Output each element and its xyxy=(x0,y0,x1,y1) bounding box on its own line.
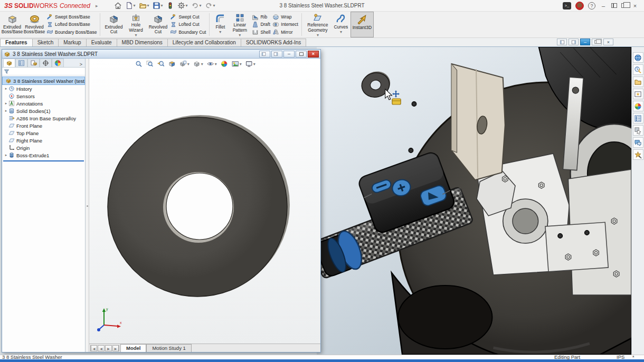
restore-button[interactable] xyxy=(621,3,627,8)
save-button[interactable]: ▾ xyxy=(151,1,164,10)
tree-item-origin[interactable]: Origin xyxy=(2,144,85,151)
options-button[interactable]: ▾ xyxy=(176,1,189,10)
caret-down-icon[interactable]: ▾ xyxy=(340,30,342,34)
configurationmanager-tab[interactable] xyxy=(27,59,40,67)
caret-down-icon[interactable]: ▾ xyxy=(187,62,190,66)
boundary-boss-button[interactable]: Boundary Boss/Base xyxy=(46,28,97,36)
edit-appearance-button[interactable] xyxy=(221,60,228,68)
reference-geometry-button[interactable]: Reference Geometry▾ xyxy=(304,12,332,37)
revolved-boss-button[interactable]: Revolved Boss/Base xyxy=(23,12,45,37)
rollback-bar[interactable] xyxy=(3,160,84,161)
caret-down-icon[interactable]: ▾ xyxy=(135,33,137,37)
tab-evaluate[interactable]: Evaluate xyxy=(86,39,117,46)
tab-scroll-next-button[interactable]: ▶ xyxy=(105,345,112,351)
minimize-button[interactable]: – xyxy=(600,3,607,9)
dimxpertmanager-tab[interactable] xyxy=(40,59,52,67)
extruded-cut-button[interactable]: Extruded Cut xyxy=(102,12,125,37)
child-window-titlebar[interactable]: 3 8 Stainless Steel Washer.SLDPRT – × xyxy=(2,50,320,59)
motion-study-tab[interactable]: Motion Study 1 xyxy=(146,344,191,352)
3dexperience-button[interactable] xyxy=(633,52,643,63)
expand-icon[interactable]: ▸ xyxy=(4,153,8,157)
curves-button[interactable]: Curves▾ xyxy=(332,12,351,37)
tree-item-material[interactable]: A286 Iron Base Superalloy xyxy=(2,115,85,122)
linear-pattern-button[interactable]: Linear Pattern▾ xyxy=(229,12,251,37)
expand-icon[interactable]: ▸ xyxy=(4,87,8,91)
appearances-button[interactable] xyxy=(633,101,643,111)
draft-button[interactable]: Draft xyxy=(252,21,270,28)
extruded-boss-button[interactable]: Extruded Boss/Base xyxy=(1,12,23,37)
propertymanager-tab[interactable] xyxy=(15,59,27,67)
caret-down-icon[interactable]: ▾ xyxy=(213,3,215,8)
brand-expand-icon[interactable]: ▸ xyxy=(96,3,98,8)
child-minimize-button[interactable]: – xyxy=(283,51,295,58)
zoom-to-fit-button[interactable] xyxy=(135,60,143,68)
file-explorer-button[interactable] xyxy=(633,77,643,87)
hole-wizard-button[interactable]: Hole Wizard▾ xyxy=(125,12,147,37)
splitter-handle[interactable] xyxy=(87,205,88,207)
tab-lifecycle-collaboration[interactable]: Lifecycle and Collaboration xyxy=(167,39,241,46)
pane-right-button[interactable] xyxy=(569,39,579,45)
expand-icon[interactable]: ▸ xyxy=(4,109,8,113)
tab-scroll-prev-button[interactable]: ◀ xyxy=(98,345,105,351)
mirror-button[interactable]: Mirror xyxy=(272,28,298,36)
boundary-cut-button[interactable]: Boundary Cut xyxy=(170,28,206,36)
tree-item-top-plane[interactable]: Top Plane xyxy=(2,129,85,137)
tab-markup[interactable]: Markup xyxy=(58,39,86,46)
tab-mbd-dimensions[interactable]: MBD Dimensions xyxy=(117,39,168,46)
caret-down-icon[interactable]: ▾ xyxy=(239,33,241,37)
tree-item-solid-bodies[interactable]: ▸Solid Bodies(1) xyxy=(2,107,85,115)
assembly-viewport[interactable] xyxy=(317,47,631,355)
caret-down-icon[interactable]: ▾ xyxy=(317,33,319,37)
caret-down-icon[interactable]: ▾ xyxy=(200,3,202,8)
rib-button[interactable]: Rib xyxy=(252,13,270,21)
zoom-to-area-button[interactable] xyxy=(146,60,154,68)
doc-restore-button[interactable] xyxy=(592,39,602,45)
undo-button[interactable]: ▾ xyxy=(190,1,203,10)
child-pane-left-button[interactable] xyxy=(259,51,270,58)
apply-scene-button[interactable]: ▾ xyxy=(232,60,242,68)
user-avatar[interactable] xyxy=(575,2,584,10)
section-view-button[interactable] xyxy=(168,60,176,68)
tab-sketch[interactable]: Sketch xyxy=(32,39,59,46)
tab-scroll-last-button[interactable]: ▶ xyxy=(112,345,119,351)
redo-button[interactable]: ▾ xyxy=(204,1,216,10)
tree-item-history[interactable]: ▸History xyxy=(2,85,85,92)
custom-properties-button[interactable] xyxy=(633,125,643,136)
swept-boss-button[interactable]: Swept Boss/Base xyxy=(46,13,97,21)
previous-view-button[interactable] xyxy=(157,60,165,68)
doc-close-button[interactable]: × xyxy=(603,39,613,45)
tree-root-part[interactable]: 3 8 Stainless Steel Washer (test washer)… xyxy=(2,77,85,85)
expand-icon[interactable]: ▸ xyxy=(4,101,8,106)
lofted-cut-button[interactable]: Lofted Cut xyxy=(170,21,206,28)
caret-down-icon[interactable]: ▾ xyxy=(201,62,203,66)
caret-down-icon[interactable]: ▾ xyxy=(219,30,221,34)
tree-item-sensors[interactable]: Sensors xyxy=(2,92,85,100)
units-caret-icon[interactable]: ▴ xyxy=(632,354,634,358)
home-button[interactable] xyxy=(113,1,123,10)
tree-item-annotations[interactable]: ▸Annotations xyxy=(2,100,85,107)
swept-cut-button[interactable]: Swept Cut xyxy=(170,13,206,21)
child-close-button[interactable]: × xyxy=(308,51,319,58)
caret-down-icon[interactable]: ▾ xyxy=(215,62,217,66)
maximize-button[interactable] xyxy=(611,3,617,8)
tab-solidworks-addins[interactable]: SOLIDWORKS Add-Ins xyxy=(241,39,306,46)
display-style-button[interactable]: ▾ xyxy=(193,60,203,68)
instant3d-button[interactable]: Instant3D xyxy=(351,12,374,37)
fillet-button[interactable]: Fillet▾ xyxy=(212,12,229,37)
terminal-icon[interactable]: >_ xyxy=(563,2,571,9)
intersect-button[interactable]: Intersect xyxy=(272,21,298,28)
caret-down-icon[interactable]: ▾ xyxy=(253,62,255,66)
caret-down-icon[interactable]: ▾ xyxy=(161,3,163,8)
panel-splitter[interactable] xyxy=(86,59,89,352)
caret-down-icon[interactable]: ▾ xyxy=(147,3,149,8)
new-document-button[interactable]: ▾ xyxy=(124,1,137,10)
model-tab[interactable]: Model xyxy=(120,344,146,352)
displaymanager-tab[interactable] xyxy=(52,59,64,67)
sw-forum-button[interactable] xyxy=(633,137,643,148)
view-settings-button[interactable]: ▾ xyxy=(245,60,255,68)
design-library-button[interactable] xyxy=(633,89,643,99)
hide-show-items-button[interactable]: ▾ xyxy=(207,60,217,68)
revolved-cut-button[interactable]: Revolved Cut xyxy=(147,12,169,37)
tree-filter-bar[interactable] xyxy=(2,68,85,75)
doc-minimize-button[interactable]: – xyxy=(580,39,590,45)
